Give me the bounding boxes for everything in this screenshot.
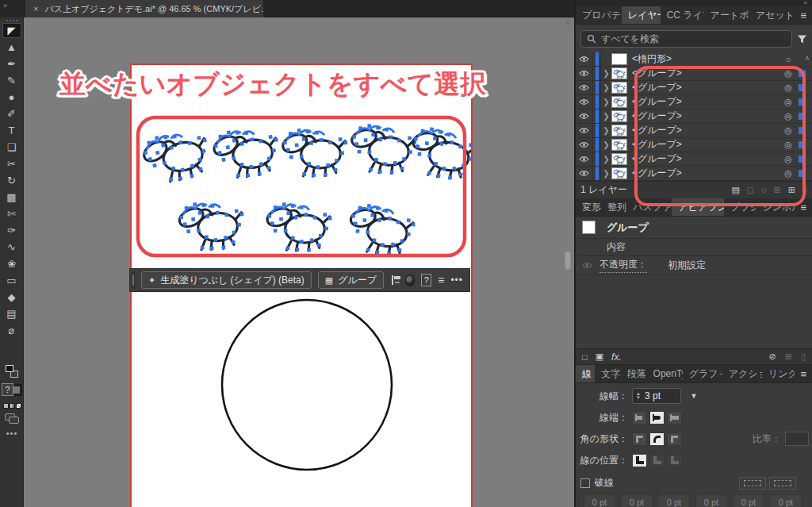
eyedropper-tool[interactable]: ✑ (2, 223, 21, 238)
layer-name[interactable]: <グループ> (632, 152, 781, 166)
new-layer-icon[interactable]: ⊞ (788, 185, 795, 195)
layer-thumbnail[interactable] (611, 110, 627, 122)
dash-value-field[interactable]: 0 pt (770, 494, 802, 507)
selection-indicator[interactable] (799, 98, 806, 106)
projecting-cap-button[interactable] (667, 411, 682, 424)
close-tab-icon[interactable]: × (33, 4, 38, 13)
appearance-tab[interactable]: シンボル (756, 198, 795, 216)
globe-icon[interactable] (405, 275, 415, 286)
color-swatch-icon[interactable] (3, 403, 9, 409)
sheep-object[interactable] (345, 202, 416, 258)
stroke-tab[interactable]: グラフィ (683, 365, 722, 382)
stroke-menu-icon[interactable]: ≡ (795, 365, 812, 382)
search-input[interactable] (601, 33, 786, 44)
delete-item-icon[interactable]: ▯ (801, 351, 806, 362)
target-icon[interactable]: ◎ (781, 97, 795, 107)
scrollbar-thumb[interactable] (565, 251, 571, 270)
layer-row[interactable]: ❯<グループ>◎ (576, 167, 812, 181)
visibility-toggle[interactable] (576, 124, 593, 137)
target-icon[interactable]: ◎ (781, 68, 795, 79)
visibility-toggle[interactable] (576, 152, 593, 166)
shape-builder-tool[interactable]: ◆ (2, 290, 21, 305)
round-join-button[interactable] (649, 432, 665, 446)
expand-chevron-icon[interactable]: ❯ (601, 126, 611, 135)
gradient-tool[interactable]: ▩ (2, 190, 21, 205)
layers-tab[interactable]: レイヤー (622, 6, 661, 24)
stepper-arrows-icon[interactable]: ▲▼ (636, 392, 641, 400)
panel-expand[interactable]: » (576, 0, 812, 6)
layer-thumbnail[interactable] (611, 96, 627, 108)
scroll-up-icon[interactable]: ∧ (563, 19, 573, 27)
visibility-toggle[interactable] (576, 52, 593, 66)
layers-menu-icon[interactable]: ≡ (795, 6, 812, 24)
rotate-view-tool[interactable]: ↻ (2, 173, 21, 188)
stroke-tab[interactable]: OpenTy (647, 365, 683, 382)
direct-selection-tool[interactable]: ▲ (2, 40, 21, 55)
layer-row[interactable]: ❯<グループ>◎ (576, 124, 812, 138)
stroke-weight-stepper[interactable]: ▲▼ 3 pt (632, 388, 681, 404)
group-button[interactable]: ▦ グループ (318, 271, 384, 289)
preserve-dash-icon[interactable] (739, 477, 766, 490)
blend-tool[interactable]: ∿ (2, 240, 21, 255)
target-icon[interactable]: ◎ (781, 168, 795, 179)
toolbar-drag-handle[interactable] (6, 20, 17, 21)
stroke-weight-dropdown-icon[interactable]: ▼ (686, 388, 702, 404)
visibility-toggle[interactable] (576, 109, 593, 123)
duplicate-item-icon[interactable]: ⊞ (785, 351, 792, 362)
expand-chevron-icon[interactable]: ❯ (601, 112, 611, 121)
taskbar-grip[interactable] (132, 271, 135, 289)
layer-row[interactable]: ❯<グループ>◎ (576, 95, 812, 109)
stroke-tab[interactable]: アクショ (722, 365, 762, 382)
layers-tab[interactable]: プロパティ (576, 6, 622, 24)
target-icon[interactable]: ◎ (781, 111, 795, 121)
visibility-toggle[interactable] (576, 167, 593, 180)
layers-tab[interactable]: アートボー (704, 6, 749, 24)
layers-tab[interactable]: アセットの (749, 6, 795, 24)
clipping-mask-icon[interactable]: ◻ (747, 185, 754, 195)
layer-name[interactable]: <グループ> (632, 167, 781, 180)
layer-name[interactable]: <グループ> (632, 109, 781, 123)
layer-thumbnail[interactable] (611, 167, 627, 179)
edit-toolbar-button[interactable]: ••• (6, 428, 18, 438)
dash-value-field[interactable]: 0 pt (733, 494, 764, 507)
selection-indicator[interactable] (799, 84, 806, 91)
layer-name[interactable]: <グループ> (632, 67, 781, 80)
clear-appearance-icon[interactable]: ⊘ (769, 351, 776, 362)
align-stroke-center-button[interactable] (632, 454, 647, 467)
add-new-fill-icon[interactable]: ▣ (596, 351, 603, 362)
new-sublayer-icon[interactable]: ⊞ (774, 185, 781, 195)
expand-chevron-icon[interactable]: ❯ (601, 83, 611, 92)
selection-tool[interactable]: ◤ (2, 23, 21, 38)
miter-join-button[interactable] (632, 432, 647, 446)
layer-row[interactable]: ❯<グループ>◎ (576, 67, 812, 81)
target-icon[interactable]: ○ (781, 55, 795, 64)
expand-chevron-icon[interactable]: ❯ (601, 169, 611, 178)
layer-name[interactable]: <グループ> (632, 81, 781, 94)
appearance-tab[interactable]: アピアランス (672, 198, 723, 216)
swap-fill-stroke-icon[interactable] (5, 365, 19, 378)
appearance-tab[interactable]: パスファイ (626, 198, 672, 216)
delete-layer-icon[interactable]: ▯ (802, 185, 807, 195)
visibility-toggle[interactable] (576, 138, 593, 152)
paintbrush-tool[interactable]: ✐ (2, 106, 21, 121)
visibility-toggle[interactable] (576, 67, 593, 80)
layer-thumbnail[interactable] (611, 153, 627, 165)
align-stroke-outside-button[interactable] (667, 454, 682, 467)
none-swatch-icon[interactable] (16, 403, 21, 409)
generative-fill-button[interactable]: ✦ 生成塗りつぶし (シェイプ) (Beta) (141, 271, 312, 289)
curvature-tool[interactable]: ✎ (2, 73, 21, 88)
drawing-mode-icon[interactable] (5, 413, 19, 424)
align-stroke-inside-button[interactable] (649, 454, 665, 467)
help-tooltip-badge[interactable]: ? (2, 383, 13, 396)
opacity-link[interactable]: 不透明度： (599, 258, 647, 273)
layer-row[interactable]: ❯<グループ>◎ (576, 152, 812, 167)
expand-chevron-icon[interactable]: ❯ (601, 140, 611, 149)
layer-name[interactable]: <グループ> (632, 95, 781, 109)
circle-path[interactable] (222, 300, 392, 470)
selection-indicator[interactable] (799, 113, 806, 120)
pen-tool[interactable]: ✒ (2, 56, 21, 71)
align-dash-icon[interactable] (769, 477, 796, 490)
target-icon[interactable]: ◎ (781, 154, 795, 164)
sheep-object[interactable] (138, 125, 215, 188)
appearance-tab[interactable]: 整列 (601, 198, 626, 216)
